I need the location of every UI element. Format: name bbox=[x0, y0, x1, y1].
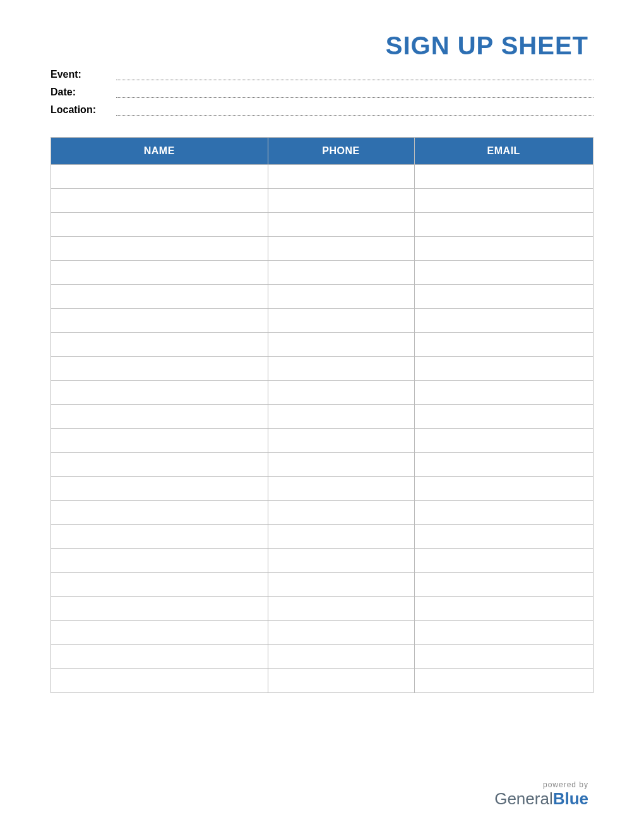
cell-phone[interactable] bbox=[268, 525, 414, 549]
cell-email[interactable] bbox=[414, 357, 593, 381]
page-title: SIGN UP SHEET bbox=[51, 32, 593, 60]
cell-phone[interactable] bbox=[268, 453, 414, 477]
meta-row-date: Date: bbox=[51, 87, 593, 98]
cell-name[interactable] bbox=[51, 309, 268, 333]
table-header-row: NAME PHONE EMAIL bbox=[51, 138, 593, 165]
meta-section: Event: Date: Location: bbox=[51, 69, 593, 116]
cell-phone[interactable] bbox=[268, 669, 414, 693]
table-row bbox=[51, 357, 593, 381]
cell-phone[interactable] bbox=[268, 429, 414, 453]
date-input-line[interactable] bbox=[116, 87, 593, 98]
location-label: Location: bbox=[51, 104, 104, 116]
cell-email[interactable] bbox=[414, 645, 593, 669]
cell-phone[interactable] bbox=[268, 381, 414, 405]
header-name: NAME bbox=[51, 138, 268, 165]
table-row bbox=[51, 501, 593, 525]
cell-name[interactable] bbox=[51, 381, 268, 405]
table-row bbox=[51, 405, 593, 429]
cell-phone[interactable] bbox=[268, 285, 414, 309]
table-row bbox=[51, 597, 593, 621]
cell-email[interactable] bbox=[414, 453, 593, 477]
cell-phone[interactable] bbox=[268, 477, 414, 501]
signup-table: NAME PHONE EMAIL bbox=[51, 137, 593, 693]
cell-email[interactable] bbox=[414, 549, 593, 573]
cell-phone[interactable] bbox=[268, 309, 414, 333]
table-row bbox=[51, 213, 593, 237]
cell-email[interactable] bbox=[414, 189, 593, 213]
table-row bbox=[51, 669, 593, 693]
cell-email[interactable] bbox=[414, 429, 593, 453]
cell-name[interactable] bbox=[51, 165, 268, 189]
event-input-line[interactable] bbox=[116, 69, 593, 80]
meta-row-location: Location: bbox=[51, 104, 593, 116]
header-phone: PHONE bbox=[268, 138, 414, 165]
cell-name[interactable] bbox=[51, 477, 268, 501]
cell-phone[interactable] bbox=[268, 165, 414, 189]
cell-phone[interactable] bbox=[268, 549, 414, 573]
table-row bbox=[51, 165, 593, 189]
cell-name[interactable] bbox=[51, 237, 268, 261]
cell-phone[interactable] bbox=[268, 645, 414, 669]
cell-name[interactable] bbox=[51, 429, 268, 453]
footer: powered by GeneralBlue bbox=[51, 771, 593, 809]
cell-phone[interactable] bbox=[268, 213, 414, 237]
cell-email[interactable] bbox=[414, 309, 593, 333]
cell-name[interactable] bbox=[51, 549, 268, 573]
cell-email[interactable] bbox=[414, 597, 593, 621]
brand-logo: GeneralBlue bbox=[51, 789, 588, 809]
cell-email[interactable] bbox=[414, 333, 593, 357]
location-input-line[interactable] bbox=[116, 104, 593, 116]
table-row bbox=[51, 645, 593, 669]
cell-phone[interactable] bbox=[268, 357, 414, 381]
cell-name[interactable] bbox=[51, 669, 268, 693]
cell-phone[interactable] bbox=[268, 333, 414, 357]
cell-email[interactable] bbox=[414, 621, 593, 645]
cell-phone[interactable] bbox=[268, 261, 414, 285]
cell-name[interactable] bbox=[51, 525, 268, 549]
cell-email[interactable] bbox=[414, 573, 593, 597]
cell-email[interactable] bbox=[414, 525, 593, 549]
cell-email[interactable] bbox=[414, 213, 593, 237]
table-row bbox=[51, 549, 593, 573]
cell-name[interactable] bbox=[51, 453, 268, 477]
cell-email[interactable] bbox=[414, 165, 593, 189]
date-label: Date: bbox=[51, 87, 104, 98]
cell-name[interactable] bbox=[51, 333, 268, 357]
cell-email[interactable] bbox=[414, 501, 593, 525]
cell-phone[interactable] bbox=[268, 237, 414, 261]
brand-general: General bbox=[494, 789, 553, 808]
cell-phone[interactable] bbox=[268, 189, 414, 213]
cell-name[interactable] bbox=[51, 597, 268, 621]
cell-name[interactable] bbox=[51, 357, 268, 381]
cell-name[interactable] bbox=[51, 189, 268, 213]
cell-phone[interactable] bbox=[268, 501, 414, 525]
cell-phone[interactable] bbox=[268, 621, 414, 645]
cell-name[interactable] bbox=[51, 405, 268, 429]
cell-email[interactable] bbox=[414, 477, 593, 501]
cell-name[interactable] bbox=[51, 285, 268, 309]
cell-phone[interactable] bbox=[268, 573, 414, 597]
cell-name[interactable] bbox=[51, 261, 268, 285]
cell-email[interactable] bbox=[414, 381, 593, 405]
cell-name[interactable] bbox=[51, 645, 268, 669]
cell-name[interactable] bbox=[51, 621, 268, 645]
cell-name[interactable] bbox=[51, 501, 268, 525]
event-label: Event: bbox=[51, 69, 104, 80]
cell-email[interactable] bbox=[414, 261, 593, 285]
cell-phone[interactable] bbox=[268, 405, 414, 429]
table-row bbox=[51, 477, 593, 501]
cell-email[interactable] bbox=[414, 405, 593, 429]
cell-email[interactable] bbox=[414, 285, 593, 309]
table-row bbox=[51, 261, 593, 285]
table-row bbox=[51, 381, 593, 405]
cell-name[interactable] bbox=[51, 573, 268, 597]
cell-name[interactable] bbox=[51, 213, 268, 237]
table-row bbox=[51, 285, 593, 309]
cell-email[interactable] bbox=[414, 237, 593, 261]
cell-email[interactable] bbox=[414, 669, 593, 693]
table-row bbox=[51, 189, 593, 213]
cell-phone[interactable] bbox=[268, 597, 414, 621]
table-row bbox=[51, 237, 593, 261]
header-email: EMAIL bbox=[414, 138, 593, 165]
meta-row-event: Event: bbox=[51, 69, 593, 80]
